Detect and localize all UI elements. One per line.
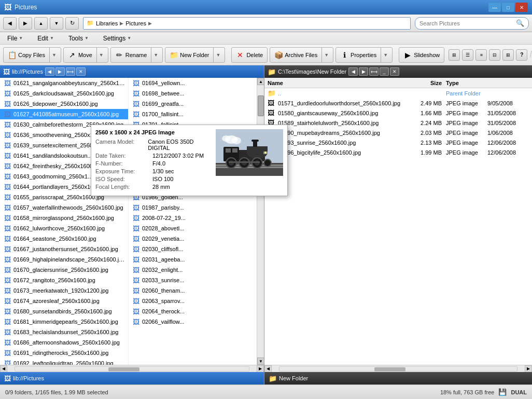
list-item[interactable]: 🖼01658_mirrorglasspond_2560x1600.jpg <box>0 213 128 223</box>
copy-files-dropdown[interactable]: ▼ <box>49 48 57 62</box>
menu-file[interactable]: File ▼ <box>4 34 26 43</box>
properties-button[interactable]: ℹ Properties ▼ <box>335 47 393 63</box>
search-input[interactable] <box>419 20 516 26</box>
right-pane-minimize[interactable]: _ <box>380 67 389 76</box>
archive-files-button[interactable]: 📦 Archive Files ▼ <box>270 47 333 63</box>
delete-button[interactable]: ✕ Delete <box>231 47 268 63</box>
list-item[interactable]: 🖼02028_abovetl... <box>129 223 257 233</box>
col-header-size[interactable]: Size <box>415 80 446 86</box>
left-file-list[interactable]: 🖼01621_sangalganoabbeytuscany_2560x1600.… <box>0 78 257 365</box>
list-item[interactable]: 🖼01670_glaciersunrise_2560x1600.jpg <box>0 265 128 275</box>
archive-files-dropdown[interactable]: ▼ <box>321 48 329 62</box>
left-scroll-thumb[interactable] <box>258 95 264 116</box>
list-item[interactable]: 🖼01662_lulworthcove_2560x1600.jpg <box>0 223 128 233</box>
list-item[interactable]: 🖼01683_heclaislandsunset_2560x1600.jpg <box>0 327 128 337</box>
list-item[interactable]: 🖼01667_justanothersunset_2560x1600.jpg <box>0 244 128 254</box>
move-dropdown[interactable]: ▼ <box>96 48 104 62</box>
right-scroll-right[interactable]: ▶ <box>525 365 532 373</box>
list-item[interactable]: 🖼01674_azoresleaf_2560x1600.jpg <box>0 296 128 306</box>
list-item[interactable]: 🖼01987_parisby... <box>129 202 257 213</box>
new-folder-button[interactable]: 📁 New Folder ▼ <box>165 47 225 63</box>
menu-edit[interactable]: Edit ▼ <box>34 34 57 43</box>
list-item[interactable]: 🖼01692_leaftopliquidtrap_2560x1600.jpg <box>0 358 128 365</box>
col-header-type[interactable]: Type <box>446 80 487 86</box>
refresh-button[interactable]: ↻ <box>65 17 79 30</box>
table-row[interactable]: 🖼01580_giantscauseway_2560x1600.jpg1.66 … <box>264 108 532 118</box>
right-scroll-track-h[interactable] <box>279 366 517 372</box>
view-btn-5[interactable]: ⊞ <box>502 49 514 61</box>
list-item[interactable]: 🖼02066_vailflow... <box>129 317 257 327</box>
list-item[interactable]: 🖼01673_meerkatwatch_1920x1200.jpg <box>0 285 128 296</box>
right-scrollbar[interactable]: ◀ ▶ <box>264 365 532 372</box>
left-scrollbar[interactable]: ◀ ▶ <box>0 365 264 372</box>
list-item[interactable]: 🖼02060_thenam... <box>129 285 257 296</box>
list-item[interactable]: 🖼01669_highalpinelandscape_2560x1600.jpg <box>0 254 128 265</box>
list-item[interactable]: 🖼01681_kimmeridgepearls_2560x1600.jpg <box>0 317 128 327</box>
search-bar[interactable]: 🔍 <box>415 17 529 30</box>
list-item[interactable]: 🖼01664_seastone_2560x1600.jpg <box>0 233 128 244</box>
right-pane-next[interactable]: ▶ <box>359 67 368 76</box>
left-scroll-right[interactable]: ▶ <box>257 365 264 373</box>
view-btn-2[interactable]: ☰ <box>462 49 473 61</box>
table-row[interactable]: 🖼01593_sunrise_2560x1600.jpg2.13 MBJPEG … <box>264 137 532 147</box>
left-pane-sync[interactable]: ⟷ <box>66 67 75 76</box>
left-vertical-scrollbar[interactable]: ▲ ▼ <box>257 78 264 365</box>
list-item[interactable]: 🖼01691_ridingtherocks_2560x1600.jpg <box>0 348 128 358</box>
new-folder-dropdown[interactable]: ▼ <box>213 48 220 62</box>
right-scroll-left[interactable]: ◀ <box>264 365 272 373</box>
forward-button[interactable]: ▶ <box>19 17 32 30</box>
list-item[interactable]: 🖼02030_cliffsofl... <box>129 244 257 254</box>
table-row[interactable]: 🖼01589_stairholelulworth_2560x1600.jpg2.… <box>264 118 532 128</box>
slideshow-button[interactable]: ▶ Slideshow <box>399 47 444 63</box>
list-item[interactable]: 🖼01627_441085atmuseum_2560x1600.jpg <box>0 109 128 119</box>
minimize-button[interactable]: — <box>488 3 501 12</box>
menu-tools[interactable]: Tools ▼ <box>65 34 92 43</box>
left-scroll-down[interactable]: ▼ <box>257 357 264 365</box>
recent-button[interactable]: ▼ <box>50 17 63 30</box>
left-scroll-thumb-h[interactable] <box>108 367 139 372</box>
col-header-name[interactable]: Name <box>268 80 415 86</box>
right-scroll-thumb-h[interactable] <box>374 367 405 372</box>
left-scroll-left[interactable]: ◀ <box>0 365 7 373</box>
left-scroll-track-h[interactable] <box>15 366 249 372</box>
list-item[interactable]: 🖼02032_enlight... <box>129 265 257 275</box>
table-row[interactable]: 🖼01596_bigcitylife_2560x1600.jpg1.99 MBJ… <box>264 147 532 157</box>
left-scroll-up[interactable]: ▲ <box>257 78 264 85</box>
list-item[interactable]: 🖼02029_venetia... <box>129 233 257 244</box>
list-item[interactable]: 🖼01672_rangitoto_2560x1600.jpg <box>0 275 128 285</box>
table-row[interactable]: 🖼01590_mupebaydreams_2560x1600.jpg2.03 M… <box>264 128 532 137</box>
list-item[interactable]: 🖼01680_sunsetandbirds_2560x1600.jpg <box>0 306 128 317</box>
list-item[interactable]: 🖼01698_betwee... <box>129 88 257 99</box>
address-bar[interactable]: 📁 Libraries ▶ Pictures ▶ <box>83 17 411 30</box>
copy-files-button[interactable]: 📋 Copy Files ▼ <box>3 47 61 63</box>
view-btn-1[interactable]: ⊞ <box>449 49 460 61</box>
move-button[interactable]: ↗ Move ▼ <box>63 47 108 63</box>
table-row[interactable]: 🖼01571_durdledoorlulworthdorset_2560x160… <box>264 98 532 108</box>
list-item[interactable]: 🖼02063_sparrov... <box>129 296 257 306</box>
right-pane-prev[interactable]: ◀ <box>348 67 358 76</box>
left-pane-prev[interactable]: ◀ <box>45 67 54 76</box>
table-row[interactable]: 📁..Parent Folder <box>264 88 532 98</box>
maximize-button[interactable]: □ <box>502 3 514 12</box>
right-file-list[interactable]: 📁..Parent Folder🖼01571_durdledoorlulwort… <box>264 88 532 365</box>
list-item[interactable]: 🖼01625_darkcloudsawait_2560x1600.jpg <box>0 88 128 99</box>
list-item[interactable]: 🖼02031_ageeba... <box>129 254 257 265</box>
menu-settings[interactable]: Settings ▼ <box>100 34 134 43</box>
right-pane-sync[interactable]: ⟷ <box>369 67 379 76</box>
view-btn-4[interactable]: ⊟ <box>489 49 500 61</box>
back-button[interactable]: ◀ <box>3 17 17 30</box>
rename-dropdown[interactable]: ▼ <box>151 48 158 62</box>
list-item[interactable]: 🖼01657_waterfallinthewoods_2560x1600.jpg <box>0 202 128 213</box>
right-pane-close[interactable]: ✕ <box>390 67 399 76</box>
help-button[interactable]: ? <box>516 49 527 61</box>
list-item[interactable]: 🖼01686_afternoonshadows_2560x1600.jpg <box>0 337 128 348</box>
left-pane-next[interactable]: ▶ <box>55 67 65 76</box>
list-item[interactable]: 🖼01694_yellown... <box>129 78 257 88</box>
list-item[interactable]: 🖼01626_tidepower_2560x1600.jpg <box>0 99 128 109</box>
view-btn-3[interactable]: ≡ <box>475 49 487 61</box>
list-item[interactable]: 🖼02033_sunrise... <box>129 275 257 285</box>
close-button[interactable]: ✕ <box>515 3 528 12</box>
list-item[interactable]: 🖼01699_greatfa... <box>129 99 257 109</box>
properties-dropdown[interactable]: ▼ <box>381 48 388 62</box>
list-item[interactable]: 🖼02064_therock... <box>129 306 257 317</box>
